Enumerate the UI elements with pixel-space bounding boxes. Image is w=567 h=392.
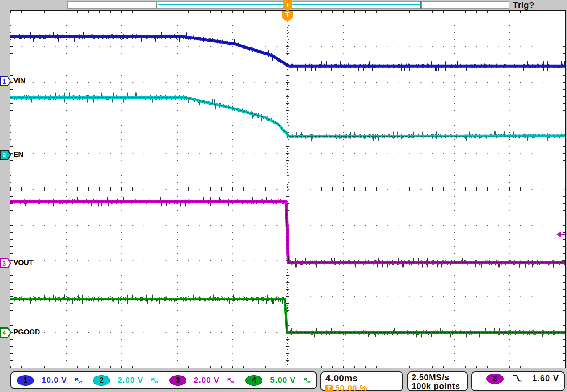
trace-path bbox=[10, 37, 565, 66]
horizontal-readout-box[interactable]: 4.00ms T 50.00 % bbox=[320, 371, 403, 391]
window-bracket-right bbox=[420, 1, 422, 9]
channel-marker-1[interactable]: 1 bbox=[0, 76, 11, 87]
channel-readout-3[interactable]: 32.00 VBW bbox=[164, 375, 240, 386]
channel-readout-2[interactable]: 22.00 VBW bbox=[88, 375, 164, 386]
channel-readout-bar: 110.0 VBW22.00 VBW32.00 VBW45.00 VBW bbox=[10, 371, 317, 389]
channel-scale-value: 2.00 V bbox=[194, 376, 220, 385]
channel-badge-1: 1 bbox=[17, 375, 34, 386]
marker-number: 1 bbox=[0, 76, 8, 87]
graticule: T VINENVOUTPGOOD bbox=[10, 10, 566, 368]
channel-scale-value: 2.00 V bbox=[118, 376, 143, 385]
channel-badge-2: 2 bbox=[93, 375, 110, 386]
bandwidth-limit-badge: BW bbox=[303, 376, 311, 384]
channel-label-vout: VOUT bbox=[13, 258, 33, 268]
oscilloscope-screen: T Trig? T VINENVOUTPGOOD 1234 110.0 VBW2… bbox=[0, 0, 567, 392]
window-bracket-left bbox=[156, 1, 158, 9]
trigger-position-percent: 50.00 % bbox=[335, 384, 368, 392]
bandwidth-limit-badge: BW bbox=[75, 376, 82, 384]
channel-marker-3[interactable]: 3 bbox=[0, 258, 11, 268]
trace-path bbox=[10, 97, 565, 137]
trigger-mini-icon: T bbox=[326, 385, 333, 392]
record-length: 100k points bbox=[412, 382, 467, 391]
channel-readout-1[interactable]: 110.0 VBW bbox=[11, 375, 88, 386]
channel-readout-4[interactable]: 45.00 VBW bbox=[240, 375, 317, 386]
trigger-level-arrow[interactable] bbox=[556, 232, 565, 237]
trace-path bbox=[10, 37, 565, 66]
falling-edge-icon bbox=[513, 375, 523, 384]
channel-label-pgood: PGOOD bbox=[13, 327, 40, 337]
channel-badge-3: 3 bbox=[169, 375, 186, 386]
channel-scale-value: 10.0 V bbox=[42, 376, 67, 385]
channel-label-vin: VIN bbox=[13, 76, 25, 86]
channel-badge-4: 4 bbox=[245, 375, 262, 386]
trace-path bbox=[10, 97, 565, 137]
acquisition-readout-box[interactable]: 2.50MS/s 100k points bbox=[407, 371, 468, 391]
time-per-div: 4.00ms bbox=[326, 373, 402, 383]
waveform-traces bbox=[10, 11, 565, 368]
trigger-status-label: Trig? bbox=[513, 0, 534, 10]
bandwidth-limit-badge: BW bbox=[151, 376, 158, 384]
trigger-source-badge: 3 bbox=[486, 374, 504, 384]
marker-number: 2 bbox=[0, 150, 8, 160]
trace-path bbox=[10, 299, 565, 333]
marker-number: 4 bbox=[0, 327, 8, 338]
sample-rate: 2.50MS/s bbox=[412, 373, 467, 382]
bandwidth-limit-badge: BW bbox=[227, 376, 235, 384]
trigger-point-cross-icon bbox=[285, 22, 289, 26]
channel-label-en: EN bbox=[13, 150, 24, 160]
trigger-readout-box[interactable]: 3 1.60 V bbox=[471, 371, 565, 391]
trace-path bbox=[10, 202, 565, 263]
trigger-level-value: 1.60 V bbox=[532, 374, 559, 383]
channel-marker-2[interactable]: 2 bbox=[0, 150, 11, 160]
trigger-level-arrow-tail bbox=[561, 234, 565, 235]
channel-scale-value: 5.00 V bbox=[270, 376, 296, 385]
top-bar: T Trig? bbox=[0, 0, 567, 10]
channel-marker-4[interactable]: 4 bbox=[0, 327, 11, 338]
marker-number: 3 bbox=[0, 258, 8, 268]
